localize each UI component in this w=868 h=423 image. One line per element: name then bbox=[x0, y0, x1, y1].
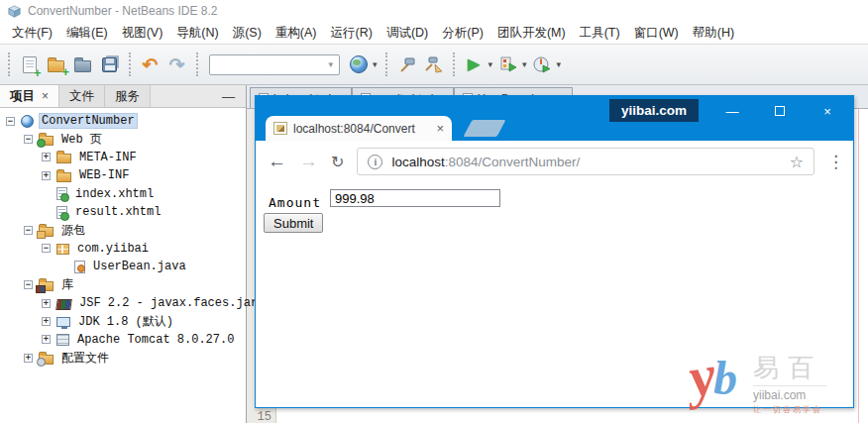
save-all-icon bbox=[102, 57, 117, 72]
submit-button[interactable]: Submit bbox=[264, 213, 323, 233]
expand-icon[interactable]: + bbox=[42, 171, 51, 180]
site-info-icon[interactable]: i bbox=[368, 155, 382, 169]
menu-item-view[interactable]: 视图(V) bbox=[115, 23, 170, 44]
menu-item-file[interactable]: 文件(F) bbox=[5, 23, 59, 44]
new-file-button[interactable] bbox=[17, 52, 42, 77]
tree-node-userbean-java[interactable]: UserBean.java bbox=[0, 258, 246, 275]
menu-item-source[interactable]: 源(S) bbox=[226, 23, 269, 44]
line-number: 15 bbox=[247, 410, 271, 423]
collapse-icon[interactable]: − bbox=[24, 226, 33, 235]
browser-menu-icon[interactable]: ⋮ bbox=[827, 152, 841, 172]
menu-item-tools[interactable]: 工具(T) bbox=[573, 23, 627, 44]
expand-icon[interactable]: + bbox=[42, 153, 51, 161]
toolbar-grip bbox=[453, 53, 455, 76]
expand-icon[interactable]: + bbox=[42, 335, 51, 344]
browser-select-button[interactable] bbox=[346, 52, 371, 77]
open-project-button[interactable] bbox=[70, 52, 95, 77]
menu-item-run[interactable]: 运行(R) bbox=[324, 23, 380, 44]
back-icon[interactable]: ← bbox=[268, 151, 286, 172]
tree-node-libraries[interactable]: − 库 bbox=[0, 276, 246, 294]
collapse-icon[interactable]: − bbox=[24, 280, 33, 289]
tab-services[interactable]: 服务 bbox=[105, 85, 151, 107]
close-button[interactable]: × bbox=[804, 96, 851, 126]
profiler-clock-icon bbox=[533, 55, 552, 74]
chevron-down-icon[interactable]: ▾ bbox=[522, 59, 527, 69]
undo-button[interactable]: ↶ bbox=[138, 52, 163, 77]
menu-item-navigate[interactable]: 导航(N) bbox=[169, 23, 225, 44]
reload-icon[interactable]: ↻ bbox=[331, 153, 344, 171]
close-icon[interactable]: × bbox=[42, 89, 49, 103]
expand-icon[interactable]: + bbox=[42, 299, 51, 308]
collapse-icon[interactable]: − bbox=[24, 135, 33, 144]
profile-project-button[interactable] bbox=[530, 52, 555, 77]
browser-tab[interactable]: localhost:8084/Convert × bbox=[266, 116, 452, 141]
menu-item-edit[interactable]: 编辑(E) bbox=[59, 23, 115, 44]
chevron-down-icon[interactable]: ▾ bbox=[488, 59, 493, 69]
menu-item-help[interactable]: 帮助(H) bbox=[686, 23, 741, 44]
save-all-button[interactable] bbox=[97, 52, 122, 77]
tree-node-jdk[interactable]: + JDK 1.8 (默认) bbox=[0, 312, 246, 330]
tree-node-label: 源包 bbox=[59, 222, 87, 239]
minimize-panel-button[interactable]: — bbox=[211, 85, 246, 107]
minimize-button[interactable]: — bbox=[708, 96, 756, 126]
watermark-top: yiibai.com bbox=[609, 99, 699, 122]
debug-project-button[interactable] bbox=[495, 52, 520, 77]
chevron-down-icon[interactable]: ▾ bbox=[557, 59, 562, 69]
new-tab-button[interactable] bbox=[463, 120, 505, 137]
chevron-down-icon[interactable]: ▾ bbox=[373, 59, 378, 69]
forward-icon[interactable]: → bbox=[299, 151, 318, 172]
browser-navbar: ← → ↻ i localhost:8084/ConvertNumber/ ☆ … bbox=[256, 141, 853, 182]
toolbar-grip bbox=[385, 53, 387, 76]
tree-node-index-xhtml[interactable]: index.xhtml bbox=[0, 185, 246, 203]
bookmark-star-icon[interactable]: ☆ bbox=[790, 153, 804, 171]
toolbar-grip bbox=[8, 53, 10, 76]
tree-node-tomcat[interactable]: + Apache Tomcat 8.0.27.0 bbox=[0, 331, 246, 349]
tree-node-result-xhtml[interactable]: result.xhtml bbox=[0, 203, 246, 221]
tree-node-jsf-jar[interactable]: + JSF 2.2 - javax.faces.jar bbox=[0, 294, 246, 312]
page-favicon bbox=[273, 122, 287, 135]
expand-icon[interactable]: + bbox=[24, 354, 33, 363]
tree-node-com-yiibai[interactable]: − com.yiibai bbox=[0, 240, 246, 258]
window-controls: — × bbox=[708, 96, 851, 126]
config-folder-icon bbox=[39, 355, 54, 365]
new-project-button[interactable] bbox=[44, 52, 68, 77]
address-bar[interactable]: i localhost:8084/ConvertNumber/ ☆ bbox=[357, 148, 814, 175]
close-tab-icon[interactable]: × bbox=[436, 121, 444, 136]
tab-files[interactable]: 文件 bbox=[59, 85, 105, 107]
tree-node-label: 配置文件 bbox=[59, 350, 111, 367]
amount-input[interactable] bbox=[330, 189, 500, 207]
menu-item-window[interactable]: 窗口(W) bbox=[627, 23, 686, 44]
collapse-icon[interactable]: − bbox=[6, 117, 15, 126]
panel-tab-strip: 项目 × 文件 服务 — bbox=[0, 85, 246, 108]
redo-button[interactable]: ↷ bbox=[164, 52, 189, 77]
tree-node-label: Apache Tomcat 8.0.27.0 bbox=[75, 333, 236, 347]
menu-item-profile[interactable]: 分析(P) bbox=[435, 23, 490, 44]
clean-build-button[interactable] bbox=[421, 52, 446, 77]
run-project-button[interactable]: ▶ bbox=[462, 52, 487, 77]
open-project-icon bbox=[74, 60, 91, 72]
menu-item-refactor[interactable]: 重构(A) bbox=[269, 23, 324, 44]
tree-node-meta-inf[interactable]: + META-INF bbox=[0, 149, 246, 166]
package-icon bbox=[56, 244, 69, 255]
tree-node-config-files[interactable]: + 配置文件 bbox=[0, 349, 246, 367]
undo-icon: ↶ bbox=[143, 53, 159, 76]
jdk-icon bbox=[56, 317, 70, 327]
java-class-icon bbox=[74, 261, 85, 273]
build-project-button[interactable] bbox=[394, 52, 419, 77]
tree-node-convertnumber[interactable]: − ConvertNumber bbox=[0, 112, 246, 130]
url-host: localhost bbox=[391, 155, 444, 169]
tree-node-web-pages[interactable]: − Web 页 bbox=[0, 130, 246, 148]
tree-node-label: JSF 2.2 - javax.faces.jar bbox=[77, 296, 260, 310]
menu-item-team[interactable]: 团队开发(M) bbox=[490, 23, 573, 44]
menu-item-debug[interactable]: 调试(D) bbox=[380, 23, 435, 44]
run-icon: ▶ bbox=[468, 56, 480, 72]
project-config-combobox[interactable]: ▾ bbox=[209, 54, 340, 75]
amount-label: Amount : bbox=[269, 195, 339, 210]
tab-projects[interactable]: 项目 × bbox=[0, 85, 59, 107]
url-path: :8084/ConvertNumber/ bbox=[445, 155, 581, 169]
tree-node-web-inf[interactable]: + WEB-INF bbox=[0, 166, 246, 184]
expand-icon[interactable]: + bbox=[42, 317, 51, 326]
collapse-icon[interactable]: − bbox=[42, 244, 51, 253]
maximize-button[interactable] bbox=[756, 96, 804, 126]
tree-node-source-packages[interactable]: − 源包 bbox=[0, 221, 246, 239]
